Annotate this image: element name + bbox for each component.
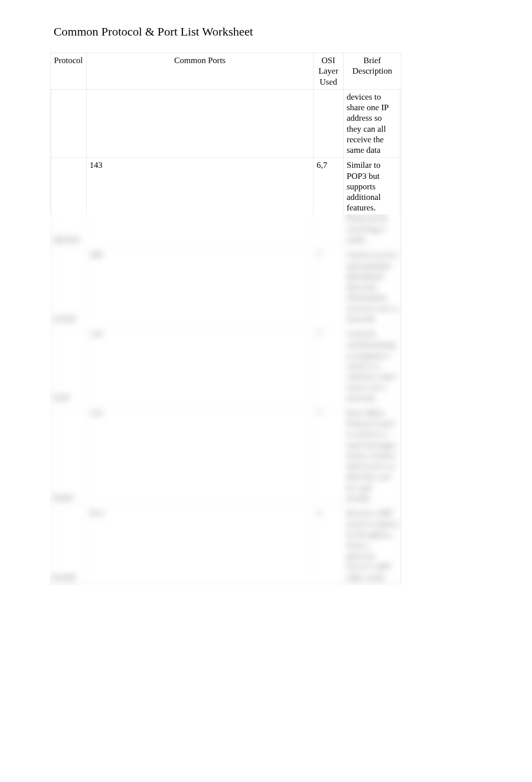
page-title: Common Protocol & Port List Worksheet (54, 25, 532, 39)
table-row: RARP N/A 3 Reverse ARP used to request i… (51, 506, 401, 585)
cell-osi: 7 (314, 247, 344, 327)
cell-osi (314, 89, 344, 158)
protocol-table: Protocol Common Ports OSI Layer Used Bri… (50, 53, 401, 585)
cell-protocol: RARP (51, 506, 87, 585)
header-protocol: Protocol (51, 53, 87, 90)
cell-ports (87, 89, 314, 158)
cell-ports: 123 (87, 327, 314, 406)
cell-protocol: NTP (51, 327, 87, 406)
cell-desc: Similar to POP3 but supports additional … (344, 158, 401, 247)
cell-protocol: LDAP (51, 247, 87, 327)
worksheet-table-wrap: Protocol Common Ports OSI Layer Used Bri… (50, 53, 401, 585)
header-osi: OSI Layer Used (314, 53, 344, 90)
cell-osi: 3 (314, 506, 344, 585)
cell-ports: 110 (87, 405, 314, 505)
table-row: devices to share one IP address so they … (51, 89, 401, 158)
cell-ports: 389 (87, 247, 314, 327)
cell-desc: Used to access and maintain distributed … (344, 247, 401, 327)
cell-protocol: POP3 (51, 405, 87, 505)
cell-desc: Post Office Protocol used to retrieve e-… (344, 405, 401, 505)
header-desc: Brief Description (344, 53, 401, 90)
cell-osi: 7 (314, 327, 344, 406)
cell-osi: 6,7 (314, 158, 344, 247)
table-header-row: Protocol Common Ports OSI Layer Used Bri… (51, 53, 401, 90)
cell-desc: Reverse ARP used to request its IP addre… (344, 506, 401, 585)
cell-ports: 143 (87, 158, 314, 247)
cell-ports: N/A (87, 506, 314, 585)
cell-osi: 7 (314, 405, 344, 505)
cell-desc: Used for synchronizing a computer's cloc… (344, 327, 401, 406)
table-row: NTP 123 7 Used for synchronizing a compu… (51, 327, 401, 406)
header-ports: Common Ports (87, 53, 314, 90)
cell-protocol: IMAP4 (51, 158, 87, 247)
table-row: POP3 110 7 Post Office Protocol used to … (51, 405, 401, 505)
cell-protocol (51, 89, 87, 158)
table-row: LDAP 389 7 Used to access and maintain d… (51, 247, 401, 327)
table-row: IMAP4 143 6,7 Similar to POP3 but suppor… (51, 158, 401, 247)
cell-desc: devices to share one IP address so they … (344, 89, 401, 158)
